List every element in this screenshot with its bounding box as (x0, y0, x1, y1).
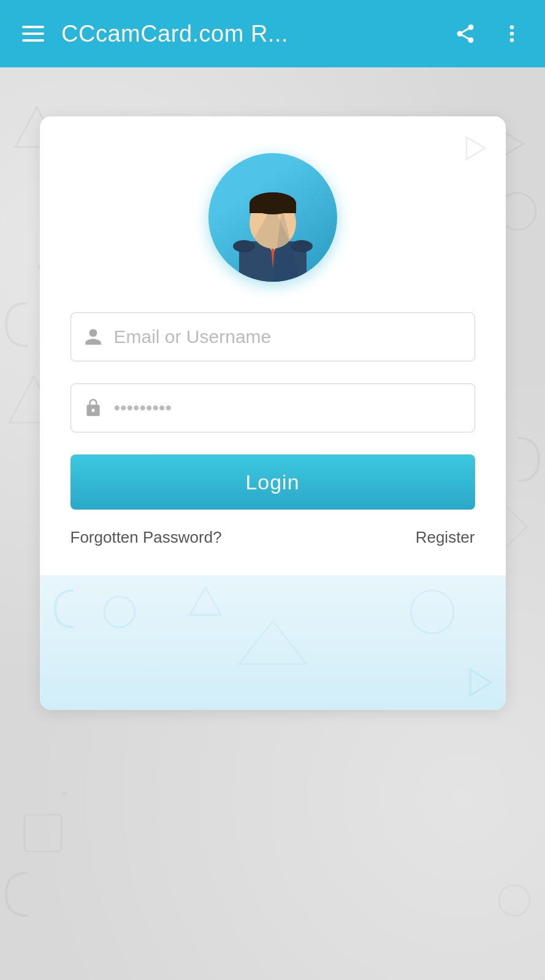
svg-rect-11 (25, 815, 61, 851)
svg-marker-34 (239, 621, 307, 664)
more-options-icon[interactable] (496, 18, 528, 50)
svg-marker-33 (470, 669, 491, 695)
login-button[interactable]: Login (71, 454, 475, 510)
svg-point-12 (499, 885, 530, 916)
app-bar-left: CCcamCard.com R... (17, 21, 288, 47)
forgot-password-link[interactable]: Forgotten Password? (71, 528, 222, 547)
svg-point-1 (457, 31, 463, 37)
app-bar-actions (449, 18, 528, 50)
avatar-person-svg (221, 180, 325, 282)
svg-point-28 (291, 240, 313, 252)
svg-point-15 (62, 791, 67, 796)
avatar-wrapper (208, 153, 337, 282)
svg-point-5 (510, 25, 514, 29)
register-link[interactable]: Register (416, 528, 475, 547)
page-background: Login Forgotten Password? Register (0, 67, 545, 980)
svg-marker-16 (503, 132, 524, 156)
email-username-input[interactable] (114, 326, 462, 347)
svg-point-2 (468, 37, 474, 43)
password-input[interactable] (114, 398, 462, 418)
play-deco-top (460, 135, 487, 164)
auth-links-row: Forgotten Password? Register (71, 528, 475, 569)
login-card: Login Forgotten Password? Register (40, 116, 506, 710)
svg-point-7 (510, 38, 514, 42)
svg-line-3 (462, 35, 468, 39)
svg-point-30 (104, 597, 135, 627)
user-icon (83, 327, 103, 347)
svg-point-27 (233, 240, 255, 252)
card-bottom-decoration (40, 575, 506, 710)
svg-marker-18 (467, 137, 485, 159)
username-input-group (71, 312, 475, 361)
password-input-group (71, 383, 475, 432)
svg-point-6 (510, 32, 514, 36)
app-bar: CCcamCard.com R... (0, 0, 545, 67)
lock-icon (83, 398, 103, 418)
hamburger-menu-icon[interactable] (17, 21, 49, 47)
login-form: Login Forgotten Password? Register (71, 312, 475, 569)
share-icon[interactable] (449, 18, 481, 50)
svg-line-4 (462, 29, 468, 32)
app-bar-title: CCcamCard.com R... (61, 21, 288, 47)
svg-point-0 (468, 24, 474, 30)
svg-point-32 (411, 590, 454, 633)
svg-marker-31 (190, 587, 221, 615)
avatar (208, 153, 337, 282)
